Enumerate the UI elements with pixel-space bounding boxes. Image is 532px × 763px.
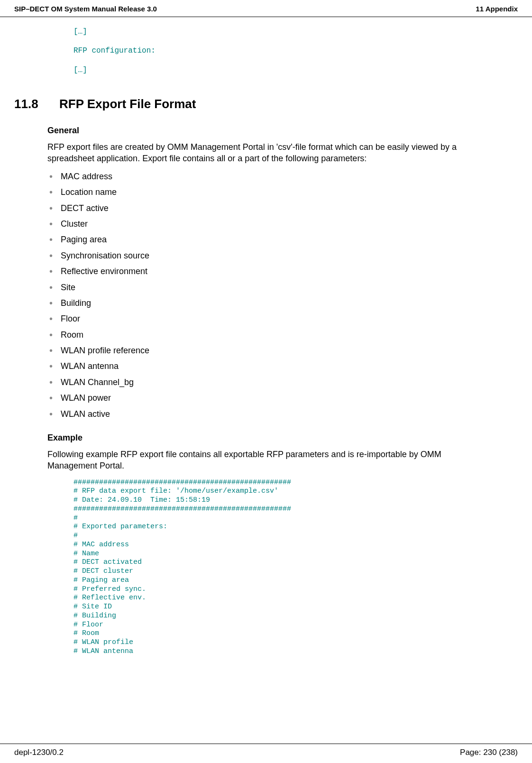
- list-item: Site: [47, 282, 485, 293]
- list-item: WLAN profile reference: [47, 345, 485, 356]
- list-item: Floor: [47, 313, 485, 324]
- list-item: Building: [47, 298, 485, 309]
- general-paragraph: RFP export files are created by OMM Mana…: [47, 141, 485, 165]
- list-item: Room: [47, 330, 485, 340]
- list-item: WLAN active: [47, 409, 485, 420]
- footer-right: Page: 230 (238): [460, 748, 518, 757]
- section-number: 11.8: [14, 97, 59, 111]
- list-item: Reflective environment: [47, 266, 485, 277]
- list-item: DECT active: [47, 203, 485, 214]
- example-subheading: Example: [47, 433, 485, 443]
- list-item: WLAN power: [47, 393, 485, 404]
- header-left: SIP–DECT OM System Manual Release 3.0: [14, 5, 157, 13]
- list-item: Location name: [47, 187, 485, 198]
- code-line: […]: [73, 27, 485, 37]
- example-paragraph: Following example RFP export file contai…: [47, 449, 485, 472]
- example-code-block: ########################################…: [73, 478, 485, 656]
- list-item: MAC address: [47, 171, 485, 182]
- general-subheading: General: [47, 126, 485, 136]
- page-footer: depl-1230/0.2 Page: 230 (238): [0, 744, 532, 763]
- code-line: RFP configuration:: [73, 46, 485, 56]
- intro-code-block: […] RFP configuration: […]: [73, 27, 485, 75]
- list-item: Synchronisation source: [47, 250, 485, 261]
- code-line: […]: [73, 65, 485, 75]
- section-heading-row: 11.8 RFP Export File Format: [14, 97, 485, 111]
- header-right: 11 Appendix: [476, 5, 518, 13]
- list-item: Paging area: [47, 234, 485, 245]
- page-content: […] RFP configuration: […] 11.8 RFP Expo…: [0, 17, 532, 656]
- parameters-list: MAC address Location name DECT active Cl…: [47, 171, 485, 420]
- list-item: WLAN antenna: [47, 361, 485, 372]
- footer-left: depl-1230/0.2: [14, 748, 64, 757]
- list-item: WLAN Channel_bg: [47, 377, 485, 388]
- page-header: SIP–DECT OM System Manual Release 3.0 11…: [0, 0, 532, 17]
- list-item: Cluster: [47, 219, 485, 230]
- section-title: RFP Export File Format: [59, 97, 196, 111]
